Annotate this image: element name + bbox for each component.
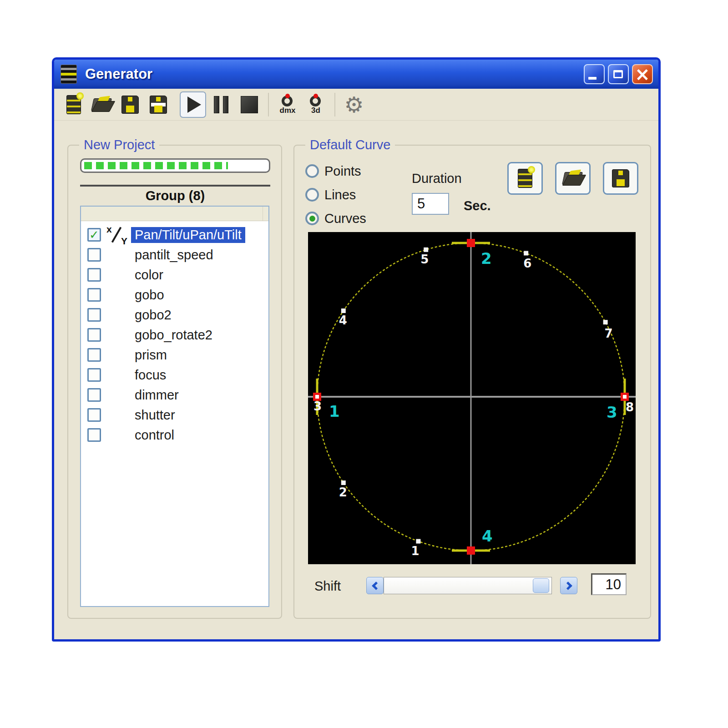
close-button[interactable]: × [632,64,653,84]
scroll-left-button[interactable] [366,577,384,594]
save-icon [121,96,139,114]
3d-view-button[interactable]: 3d [303,91,329,118]
duration-input[interactable] [412,193,449,215]
dmx-knob-icon [281,95,294,106]
chevron-left-icon [372,581,380,590]
list-item[interactable]: ✓xYPan/Tilt/uPan/uTilt [81,225,268,245]
item-checkbox[interactable] [87,328,101,342]
radio-circle-icon [305,188,319,202]
icon-spacer [105,385,131,404]
group-list-header[interactable]: Group (8) [80,185,270,205]
key-handle-4[interactable] [467,546,475,555]
curve-point-1[interactable] [416,539,420,544]
list-column-header [81,207,268,221]
curve-point-label: 2 [339,485,347,499]
item-checkbox[interactable]: ✓ [87,228,101,242]
curve-canvas: 123456781234 [308,232,636,564]
icon-spacer [105,365,131,384]
generator-window: Generator × [52,57,661,642]
default-curve-title: Default Curve [305,137,395,152]
new-project-button[interactable] [61,91,87,118]
icon-spacer [105,425,131,445]
item-checkbox[interactable] [87,368,101,382]
key-handle-label: 4 [482,527,493,545]
list-item[interactable]: dimmer [81,385,268,405]
new-document-icon [518,169,532,188]
list-item[interactable]: prism [81,345,268,365]
icon-spacer [105,265,131,284]
radio-lines[interactable]: Lines [305,183,366,207]
icon-spacer [105,285,131,304]
gear-icon: ⚙ [344,94,364,116]
window-title: Generator [85,66,152,82]
curve-point-label: 6 [523,257,531,270]
item-checkbox[interactable] [87,268,101,282]
shift-value-box[interactable]: 10 [591,573,627,595]
toolbar-separator [334,93,335,116]
item-checkbox[interactable] [87,308,101,322]
play-button[interactable] [180,91,206,118]
duration-label: Duration [412,171,462,186]
list-item[interactable]: color [81,265,268,285]
key-handle-label: 3 [607,403,617,421]
close-icon: × [633,65,652,83]
curve-new-button[interactable] [507,162,543,195]
curve-point-7[interactable] [603,320,608,324]
curve-point-label: 5 [420,253,429,266]
item-checkbox[interactable] [87,408,101,422]
item-label: color [131,267,167,283]
curve-point-6[interactable] [524,251,528,255]
list-item[interactable]: control [81,425,268,445]
minimize-button[interactable] [584,64,605,84]
curve-editor-area[interactable]: 123456781234 [308,232,636,564]
dmx-output-button[interactable]: dmx [274,91,301,118]
settings-button[interactable]: ⚙ [341,91,367,118]
item-checkbox[interactable] [87,388,101,402]
curve-point-5[interactable] [424,248,428,252]
list-item[interactable]: gobo [81,285,268,305]
item-checkbox[interactable] [87,348,101,362]
minimize-icon [588,77,597,80]
scrollbar-track[interactable] [384,577,552,594]
group-listbox: ✓xYPan/Tilt/uPan/uTiltpantilt_speedcolor… [80,206,269,607]
stop-button[interactable] [236,91,263,118]
radio-curves[interactable]: Curves [305,207,366,230]
progress-fill [84,162,228,169]
item-checkbox[interactable] [87,428,101,442]
default-curve-panel: Default Curve PointsLinesCurves Duration… [293,145,651,619]
curve-point-label: 7 [605,327,613,340]
toolbar: dmx 3d ⚙ [54,89,658,121]
list-item[interactable]: focus [81,365,268,385]
item-label: gobo [131,287,168,303]
curve-point-2[interactable] [341,480,346,485]
desktop: Generator × [0,0,728,728]
group-list-body: ✓xYPan/Tilt/uPan/uTiltpantilt_speedcolor… [81,221,268,445]
radio-points[interactable]: Points [305,159,366,183]
list-item[interactable]: shutter [81,405,268,425]
list-item[interactable]: gobo_rotate2 [81,325,268,345]
curve-point-label: 4 [339,313,347,327]
shift-scrollbar[interactable] [366,577,552,594]
open-button[interactable] [89,91,115,118]
scroll-right-button[interactable] [560,577,577,594]
key-handle-label: 2 [481,249,492,268]
curve-point-4[interactable] [341,308,346,313]
save-as-button[interactable] [145,91,172,118]
key-handle-2[interactable] [467,239,475,247]
maximize-button[interactable] [608,64,629,84]
curve-open-button[interactable] [555,162,591,195]
save-button[interactable] [117,91,143,118]
curve-save-button[interactable] [603,162,638,195]
pause-button[interactable] [208,91,234,118]
item-checkbox[interactable] [87,248,101,262]
title-bar[interactable]: Generator × [54,60,658,89]
app-icon [61,65,77,84]
item-checkbox[interactable] [87,288,101,302]
scrollbar-thumb[interactable] [533,578,549,593]
list-item[interactable]: gobo2 [81,305,268,325]
key-handle-label: 1 [329,402,340,420]
list-item[interactable]: pantilt_speed [81,245,268,265]
new-document-icon [66,95,81,114]
curve-point-label: 1 [411,544,419,558]
radio-label: Curves [324,211,366,226]
